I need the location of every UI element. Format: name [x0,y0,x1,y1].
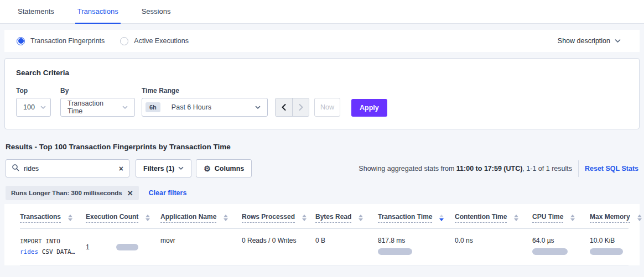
search-criteria-title: Search Criteria [16,69,628,77]
top-field: Top 100 [16,87,60,117]
chevron-down-icon [122,106,128,109]
by-select-value: Transaction Time [67,100,117,115]
by-select[interactable]: Transaction Time [60,98,135,117]
view-toggle-group: Transaction Fingerprints Active Executio… [17,37,558,45]
radio-label: Active Executions [134,37,189,45]
show-description-toggle[interactable]: Show description [558,37,627,45]
search-criteria-controls: Top 100 By Transaction Time [16,87,628,117]
remove-filter-icon[interactable]: ✕ [127,190,133,197]
column-header-bytes-read[interactable]: Bytes Read [315,213,378,228]
search-box[interactable]: × [6,159,129,177]
radio-unchecked-icon[interactable] [120,37,128,45]
transaction-fingerprint-link[interactable]: rides [20,248,38,255]
tab-statements[interactable]: Statements [15,0,56,24]
tab-transactions[interactable]: Transactions [75,0,121,24]
show-description-label: Show description [558,37,610,45]
next-time-window-button[interactable] [292,98,309,116]
search-icon [12,164,19,174]
results-controls-row: × Filters (1) ⚙ Columns Showing aggregat… [6,159,638,177]
sort-icon[interactable] [637,215,642,221]
bytes-read-cell: 0 B [315,237,378,257]
sort-icon[interactable] [224,215,228,221]
column-header-application-name[interactable]: Application Name [160,213,242,228]
time-window-arrows [275,98,309,117]
filter-pill-label: Runs Longer Than: 300 milliseconds [11,190,122,196]
gear-icon: ⚙ [204,165,211,173]
sort-icon[interactable] [514,215,518,221]
execution-count-cell: 1 [86,237,160,257]
contention-time-cell: 0.0 ns [455,237,532,257]
transaction-fingerprint-cell: IMPORT INTO rides CSV DATA… [20,237,86,257]
rows-processed-cell: 0 Reads / 0 Writes [242,237,315,257]
radio-checked-icon[interactable] [17,37,25,45]
radio-label: Transaction Fingerprints [30,37,105,45]
sort-icon-descending-active[interactable] [439,215,444,221]
transaction-time-bar [378,248,412,255]
top-select[interactable]: 100 [16,98,51,117]
max-memory-bar [590,248,623,255]
columns-label: Columns [215,165,244,173]
by-field: By Transaction Time [60,87,142,117]
filters-label: Filters (1) [143,165,174,173]
application-name-cell: movr [160,237,242,257]
chevron-down-icon [40,106,46,109]
stats-suffix: , 1-1 of 1 results [522,165,572,173]
table-header-row: Transactions Execution Count Application… [20,204,629,228]
column-header-transactions[interactable]: Transactions [20,213,86,228]
top-select-value: 100 [23,103,35,111]
table-row[interactable]: IMPORT INTO rides CSV DATA… 1 movr 0 Rea… [20,229,629,265]
sort-icon[interactable] [302,215,307,221]
time-range-field: Time Range 6h Past 6 Hours [142,87,268,117]
top-label: Top [16,87,60,95]
previous-time-window-button[interactable] [276,98,292,116]
sort-icon[interactable] [570,215,575,221]
time-range-select[interactable]: 6h Past 6 Hours [142,98,268,117]
execution-count-bar [116,244,138,250]
clear-filters-link[interactable]: Clear filters [149,189,187,197]
cpu-time-bar [532,248,568,255]
apply-button[interactable]: Apply [351,99,387,117]
aggregated-stats-text: Showing aggregated stats from 11:00 to 1… [359,160,638,177]
cpu-time-cell: 64.0 µs [532,237,590,257]
time-range-badge: 6h [146,102,160,112]
sql-activity-tabbar: Statements Transactions Sessions [0,0,644,24]
search-criteria-card: Search Criteria Top 100 By Transaction T… [4,58,640,129]
column-header-execution-count[interactable]: Execution Count [86,213,160,228]
time-range-label: Time Range [142,87,268,95]
clear-search-icon[interactable]: × [119,165,123,173]
column-header-rows-processed[interactable]: Rows Processed [242,213,315,228]
stats-prefix: Showing aggregated stats from [359,165,456,173]
column-header-max-memory[interactable]: Max Memory [590,213,642,228]
chevron-down-icon [615,39,621,43]
active-filters-row: Runs Longer Than: 300 milliseconds ✕ Cle… [6,186,638,200]
time-range-value: Past 6 Hours [172,103,250,111]
search-input[interactable] [24,165,115,173]
columns-button[interactable]: ⚙ Columns [196,159,252,177]
vertical-divider [578,160,579,177]
filters-button[interactable]: Filters (1) [136,159,191,177]
reset-sql-stats-link[interactable]: Reset SQL Stats [585,165,638,173]
sort-icon[interactable] [146,215,150,221]
radio-active-executions[interactable]: Active Executions [120,37,189,45]
max-memory-cell: 10.0 KiB [590,237,629,257]
chevron-down-icon [178,166,184,170]
column-header-cpu-time[interactable]: CPU Time [532,213,590,228]
sort-icon[interactable] [68,215,72,221]
tab-sessions[interactable]: Sessions [139,0,173,24]
column-header-transaction-time[interactable]: Transaction Time [378,213,455,228]
transactions-table: Transactions Execution Count Application… [4,204,640,265]
by-label: By [60,87,142,95]
column-header-contention-time[interactable]: Contention Time [455,213,532,228]
filter-pill-runs-longer-than[interactable]: Runs Longer Than: 300 milliseconds ✕ [6,186,139,200]
chevron-down-icon [255,106,261,109]
stats-range: 11:00 to 17:59 (UTC) [456,165,522,173]
transaction-time-cell: 817.8 ms [378,237,455,257]
radio-transaction-fingerprints[interactable]: Transaction Fingerprints [17,37,105,45]
view-toggle-strip: Transaction Fingerprints Active Executio… [4,30,640,52]
sort-icon[interactable] [359,215,363,221]
results-heading: Results - Top 100 Transaction Fingerprin… [6,143,638,151]
now-button[interactable]: Now [314,98,340,117]
